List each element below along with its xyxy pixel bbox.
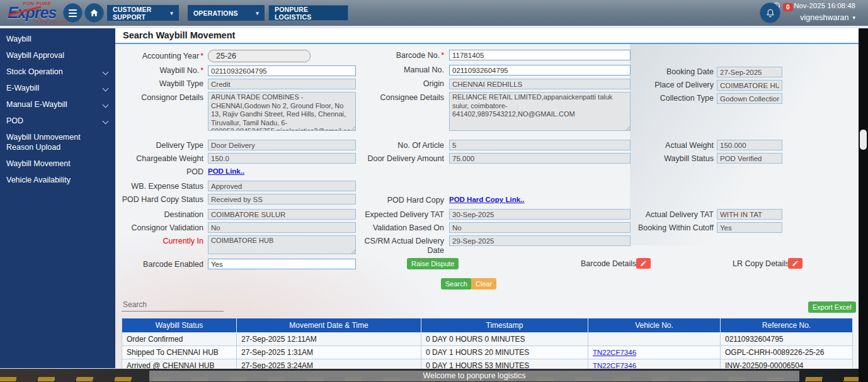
lr-copy-details-edit-button[interactable] [788, 258, 802, 269]
waybill-status-field [717, 153, 782, 164]
collection-type-field [717, 93, 782, 104]
actual-delivery-tat-label: Actual Delivery TAT [618, 210, 714, 220]
topbar: PON PURE Expres On time every time CUSTO… [0, 0, 868, 26]
wb-expense-status-field [208, 181, 356, 191]
home-icon [89, 8, 100, 18]
scrollbar-thumb[interactable] [860, 130, 867, 150]
page-title: Search Waybill Movement [115, 28, 859, 43]
booking-within-cutoff-field [717, 222, 782, 233]
place-of-delivery-field [717, 80, 782, 91]
pod-hard-copy-label: POD Hard Copy [350, 196, 444, 205]
vertical-scrollbar [859, 28, 868, 382]
app-root: PON PURE Expres On time every time CUSTO… [0, 0, 868, 382]
table-row: Shipped To CHENNAI HUB 27-Sep-2025 1:31A… [122, 346, 853, 359]
results-filter-input[interactable] [122, 298, 224, 312]
sidebar-item-e-waybill[interactable]: E-Waybill [0, 80, 115, 96]
consignee-details-textarea: RELIANCE RETAIL LIMITED,appanaickenpatti… [449, 92, 631, 131]
notification-count-badge: 0 [783, 3, 793, 11]
sidebar-item-stock-operation[interactable]: Stock Operation [0, 64, 115, 80]
currently-in-label: Currently In [115, 237, 203, 246]
validation-based-on-label: Validation Based On [350, 223, 444, 233]
door-delivery-amount-field [449, 153, 631, 164]
pod-hard-copy-status-label: POD Hard Copy Status [115, 195, 203, 205]
col-waybill-status: Waybill Status [122, 318, 237, 333]
pod-link[interactable]: POD Link.. [208, 167, 244, 175]
nav-operations[interactable]: OPERATIONS ▾ [188, 5, 265, 21]
sidebar: Waybill Waybill Approval Stock Operation… [0, 28, 115, 368]
vehicle-link[interactable]: TN22CF7346 [593, 349, 636, 356]
origin-label: Origin [350, 79, 444, 89]
expected-delivery-tat-label: Expected Delivery TAT [350, 210, 444, 220]
nav-customer-support[interactable]: CUSTOMER SUPPORT ▾ [107, 5, 179, 21]
chevron-down-icon: ▾ [249, 10, 259, 16]
no-of-article-label: No. Of Article [350, 141, 444, 150]
collection-type-label: Collection Type [618, 94, 714, 103]
chargeable-weight-label: Chargeable Weight [115, 154, 203, 164]
notifications-button[interactable] [760, 3, 780, 23]
csrm-actual-delivery-date-field [449, 235, 631, 246]
barcode-details-label: Barcode Details [581, 259, 636, 268]
waybill-status-label: Waybill Status [618, 154, 714, 164]
nav-ponpure-logistics[interactable]: PONPURE LOGISTICS [268, 5, 348, 21]
delivery-type-label: Delivery Type [115, 141, 203, 150]
booking-date-label: Booking Date [618, 67, 714, 77]
chevron-down-icon [103, 86, 109, 92]
barcode-no-input[interactable] [449, 50, 631, 60]
sidebar-item-waybill-movement[interactable]: Waybill Movement [0, 155, 115, 172]
sidebar-item-waybill[interactable]: Waybill [0, 31, 115, 47]
col-vehicle-no: Vehicle No. [588, 318, 721, 333]
accounting-year-select[interactable] [208, 50, 311, 62]
sidebar-item-pod[interactable]: POD [0, 113, 115, 129]
welcome-message-bar: Welcome to ponpure logistics [149, 371, 799, 381]
consignor-validation-field [208, 222, 356, 233]
user-menu[interactable]: vigneshwaran ▾ [800, 13, 855, 22]
table-header-row: Waybill Status Movement Date & Time Time… [122, 318, 853, 333]
destination-label: Destination [115, 210, 203, 220]
export-excel-button[interactable]: Export Excel [808, 301, 856, 313]
consignor-details-label: Consignor Details [115, 93, 203, 103]
sidebar-item-waybill-approval[interactable]: Waybill Approval [0, 47, 115, 64]
username: vigneshwaran [800, 13, 848, 22]
waybill-type-label: Waybill Type [115, 79, 203, 89]
consignee-details-label: Consignee Details [350, 93, 444, 103]
consignor-details-textarea: ARUNA TRADE COMBINES - CHENNAI,Godown No… [208, 92, 356, 131]
barcode-details-edit-button[interactable] [636, 258, 651, 269]
pod-hard-copy-link[interactable]: POD Hard Copy Link.. [449, 196, 525, 203]
search-button[interactable]: Search [441, 278, 472, 289]
actual-delivery-tat-field [717, 209, 782, 220]
actual-weight-label: Actual Weight [618, 141, 714, 150]
bell-icon [765, 8, 775, 18]
no-of-article-field [449, 140, 631, 150]
sidebar-item-waybill-unmovement-reason-upload[interactable]: Waybill Unmovement Reason Upload [0, 129, 115, 155]
pod-hard-copy-status-field [208, 194, 356, 205]
home-button[interactable] [84, 3, 104, 23]
expected-delivery-tat-field [449, 209, 631, 220]
accounting-year-label: Accounting Year* [115, 52, 203, 61]
chargeable-weight-field [208, 153, 356, 164]
col-reference-no: Reference No. [721, 318, 853, 333]
edit-pencil-icon [792, 260, 799, 267]
raise-dispute-button[interactable]: Raise Dispute [407, 258, 459, 269]
barcode-enabled-input[interactable] [208, 259, 356, 269]
movement-table: Waybill Status Movement Date & Time Time… [122, 318, 853, 373]
chevron-down-icon [103, 118, 109, 125]
clear-button[interactable]: Clear [471, 278, 496, 289]
barcode-no-label: Barcode No.* [350, 51, 444, 60]
currently-in-textarea: COIMBATORE HUB [208, 235, 356, 254]
logo-tagline: On time every time [34, 20, 89, 24]
booking-within-cutoff-label: Booking Within Cutoff [618, 223, 714, 233]
hamburger-menu-button[interactable] [63, 3, 83, 23]
validation-based-on-field [449, 222, 631, 233]
consignor-validation-label: Consignor Validation [115, 223, 203, 233]
csrm-actual-delivery-date-label: CS/RM Actual Delivery Date [350, 237, 444, 256]
sidebar-item-vehicle-availability[interactable]: Vehicle Availability [0, 172, 115, 188]
destination-field [208, 209, 356, 220]
waybill-no-input[interactable] [208, 65, 356, 76]
table-row: Order Confirmed 27-Sep-2025 12:11AM 0 DA… [122, 333, 853, 346]
chevron-down-icon [103, 69, 109, 76]
waybill-type-field [208, 79, 356, 89]
sidebar-item-manual-e-waybill[interactable]: Manual E-Waybill [0, 96, 115, 113]
place-of-delivery-label: Place of Delivery [618, 81, 714, 90]
chevron-down-icon: ▾ [852, 14, 855, 21]
manual-no-input[interactable] [449, 65, 631, 76]
